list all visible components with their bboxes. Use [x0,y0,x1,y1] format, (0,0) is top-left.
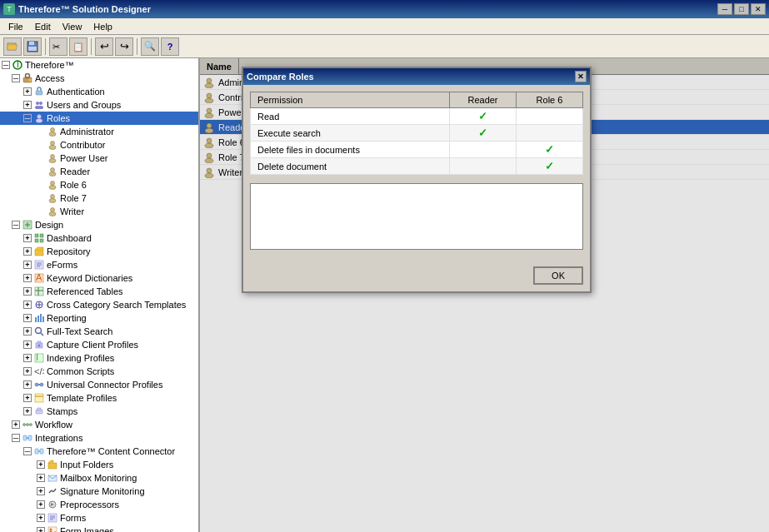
tree-item-indexing[interactable]: + I Indexing Profiles [0,351,198,365]
tree-item-reftables[interactable]: + Referenced Tables [0,285,198,298]
expander-dashboard[interactable]: + [23,234,32,242]
svg-point-19 [49,132,56,137]
tree-item-roles[interactable]: ─ Roles [0,112,198,125]
tree-item-workflow[interactable]: + Workflow [0,418,198,431]
tree-label-role6: Role 6 [60,180,87,190]
svg-point-23 [49,159,56,163]
svg-rect-75 [23,435,27,440]
expander-signature[interactable]: + [37,487,45,495]
toolbar-open[interactable] [3,37,22,56]
tree-item-writer[interactable]: Writer [0,205,198,218]
expander-scripts[interactable]: + [23,367,32,375]
expander-workflow[interactable]: + [12,420,20,429]
tree-item-integrations[interactable]: ─ Integrations [0,431,198,445]
maximize-button[interactable]: □ [734,3,749,15]
toolbar-save[interactable] [23,37,42,56]
tree-item-design[interactable]: ─ Design [0,218,198,231]
tree-item-form-images[interactable]: + Form Images [0,525,198,532]
tree-item-templates[interactable]: + Template Profiles [0,391,198,405]
expander-integrations[interactable]: ─ [12,434,20,442]
expander-eforms[interactable]: + [23,261,32,269]
tree-item-repository[interactable]: + Repository [0,245,198,258]
expander-therefore[interactable]: ─ [2,61,10,69]
svg-rect-52 [35,317,37,322]
right-panel: Name Administrator Contributor Power Us [200,58,769,532]
svg-rect-54 [40,314,42,322]
compare-roles-dialog: Compare Roles ✕ Permission Reader Role 6 [242,67,592,293]
toolbar-btn6[interactable]: ↪ [115,37,133,56]
expander-access[interactable]: ─ [12,74,20,82]
menu-help[interactable]: Help [88,21,117,32]
expander-auth[interactable]: + [23,87,32,96]
menu-file[interactable]: File [3,21,28,32]
tree-item-scripts[interactable]: + </> Common Scripts [0,365,198,378]
expander-mailbox[interactable]: + [37,474,45,482]
tree-item-stamps[interactable]: + Stamps [0,405,198,418]
tree-item-input-folders[interactable]: + Input Folders [0,458,198,471]
tree-item-dashboard[interactable]: + Dashboard [0,231,198,245]
tree-label-form-images: Form Images [60,526,114,532]
toolbar-btn4[interactable]: 📋 [69,37,87,56]
dialog-close-button[interactable]: ✕ [575,71,587,82]
ok-button[interactable]: OK [533,266,583,285]
toolbar-help[interactable]: ? [161,37,179,56]
expander-forms[interactable]: + [37,514,45,522]
tree-item-forms[interactable]: + Forms [0,511,198,525]
tree-item-eforms[interactable]: + eForms [0,258,198,271]
expander-form-images[interactable]: + [37,527,45,532]
tree-item-therefore[interactable]: ─ T Therefore™ [0,58,198,72]
svg-rect-37 [35,239,38,242]
tree-item-crosscat[interactable]: + Cross Category Search Templates [0,298,198,311]
tree-item-fulltext[interactable]: + Full-Text Search [0,325,198,338]
perm-delete-doc: Delete document [251,158,450,175]
tree-item-keyword[interactable]: + A Keyword Dictionaries [0,271,198,285]
expander-crosscat[interactable]: + [23,301,32,309]
menu-edit[interactable]: Edit [30,21,56,32]
toolbar: ✂ 📋 ↩ ↪ 🔍 ? [0,35,769,58]
expander-content-connector[interactable]: ─ [23,447,32,455]
tree-item-role6[interactable]: Role 6 [0,178,198,191]
tree-item-preprocessors[interactable]: + Preprocessors [0,498,198,511]
tree-item-auth[interactable]: + Authentication [0,85,198,98]
expander-reporting[interactable]: + [23,314,32,322]
tree-item-admin[interactable]: Administrator [0,125,198,138]
expander-roles[interactable]: ─ [23,114,32,122]
tree-item-poweruser[interactable]: Power User [0,152,198,165]
tree-item-mailbox[interactable]: + Mailbox Monitoring [0,471,198,485]
tree-item-role7[interactable]: Role 7 [0,191,198,205]
tree-item-capture[interactable]: + Capture Client Profiles [0,338,198,351]
tree-item-users[interactable]: + Users and Groups [0,98,198,112]
expander-fulltext[interactable]: + [23,327,32,336]
menu-view[interactable]: View [57,21,87,32]
window-controls[interactable]: ─ □ ✕ [717,3,766,15]
tree-item-universal[interactable]: + Universal Connector Profiles [0,378,198,391]
expander-indexing[interactable]: + [23,354,32,362]
tree-item-reader[interactable]: Reader [0,165,198,178]
expander-input-folders[interactable]: + [37,460,45,469]
tree-item-contrib[interactable]: Contributor [0,138,198,152]
expander-stamps[interactable]: + [23,407,32,415]
minimize-button[interactable]: ─ [717,3,732,15]
toolbar-search[interactable]: 🔍 [141,37,159,56]
tree-item-access[interactable]: ─ Access [0,72,198,85]
expander-reftables[interactable]: + [23,287,32,296]
tree-item-signature[interactable]: + Signature Monitoring [0,485,198,498]
tree-label-access: Access [35,73,64,83]
expander-users[interactable]: + [23,101,32,109]
tree-item-content-connector[interactable]: ─ Therefore™ Content Connector [0,445,198,458]
toolbar-btn5[interactable]: ↩ [95,37,113,56]
tree-item-reporting[interactable]: + Reporting [0,311,198,325]
close-button[interactable]: ✕ [751,3,766,15]
tree-label-auth: Authentication [47,87,105,97]
expander-templates[interactable]: + [23,394,32,402]
tree-scroll[interactable]: ─ T Therefore™ ─ Access + Auth [0,58,198,532]
expander-universal[interactable]: + [23,380,32,389]
expander-preprocessors[interactable]: + [37,500,45,509]
expander-capture[interactable]: + [23,341,32,349]
toolbar-btn3[interactable]: ✂ [49,37,67,56]
expander-repository[interactable]: + [23,247,32,256]
app-icon: T [3,3,15,15]
expander-design[interactable]: ─ [12,221,20,229]
tree-label-roles: Roles [47,113,70,123]
expander-keyword[interactable]: + [23,274,32,282]
